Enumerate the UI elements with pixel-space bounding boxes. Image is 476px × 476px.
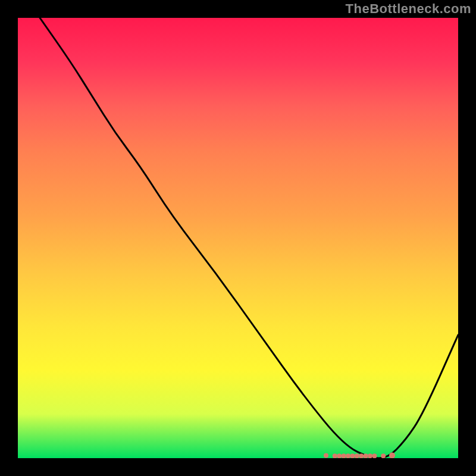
plot-area — [18, 18, 458, 458]
chart-frame: TheBottleneck.com — [0, 0, 476, 476]
watermark-text: TheBottleneck.com — [346, 1, 471, 17]
